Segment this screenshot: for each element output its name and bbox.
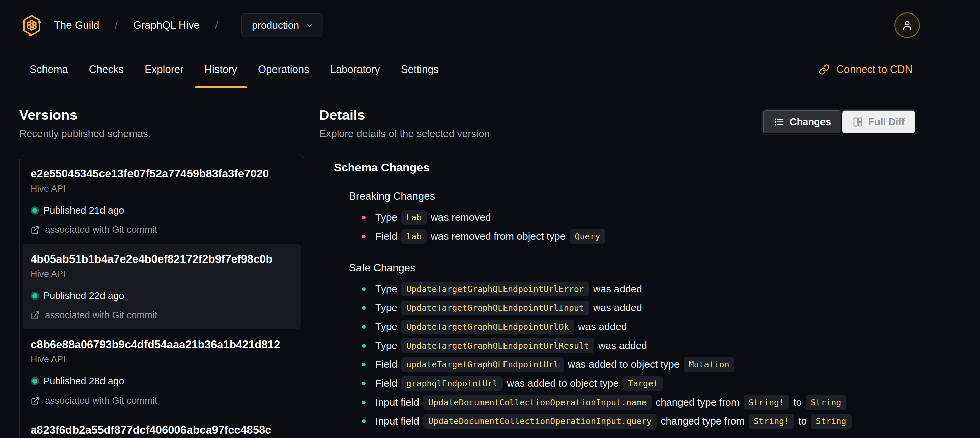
git-commit-link[interactable]: associated with Git commit [31, 225, 293, 235]
target-selector[interactable]: production [242, 13, 323, 37]
version-card[interactable]: c8b6e88a06793b9c4dfd54aaa21b36a1b421d812… [22, 329, 301, 414]
details-title: Details [319, 107, 762, 123]
git-commit-label: associated with Git commit [45, 225, 157, 235]
change-row: TypeUpdateTargetGraphQLEndpointUrlInputw… [349, 298, 917, 317]
version-service: Hive API [31, 354, 293, 365]
connect-to-cdn-link[interactable]: Connect to CDN [819, 64, 913, 76]
version-published: Published 21d ago [31, 205, 293, 216]
change-text: Field [375, 359, 397, 370]
breadcrumb-org[interactable]: The Guild [54, 19, 99, 31]
version-hash: c8b6e88a06793b9c4dfd54aaa21b36a1b421d812 [31, 338, 293, 351]
change-text: Input field [375, 397, 419, 408]
change-code-badge: UpdateTargetGraphQLEndpointUrlError [401, 282, 589, 296]
tab-explorer[interactable]: Explorer [145, 51, 183, 88]
change-bullet [362, 363, 366, 366]
change-code-badge: UpdateTargetGraphQLEndpointUrlInput [401, 301, 589, 315]
change-row: Input fieldUpdateDocumentCollectionOpera… [349, 393, 917, 412]
version-published: Published 28d ago [31, 376, 293, 387]
target-selector-value: production [252, 19, 299, 31]
change-bullet [362, 419, 366, 423]
version-service: Hive API [31, 183, 293, 194]
change-text: Type [375, 283, 397, 295]
change-row: Fieldlabwas removed from object typeQuer… [349, 227, 917, 246]
change-bullet [362, 306, 366, 310]
version-card[interactable]: e2e55045345ce13fe07f52a77459b83fa3fe7020… [22, 158, 301, 244]
tab-checks[interactable]: Checks [89, 51, 124, 88]
change-code-badge: UpdateDocumentCollectionOperationInput.n… [423, 395, 652, 410]
tab-laboratory[interactable]: Laboratory [330, 51, 380, 88]
git-commit-label: associated with Git commit [45, 395, 157, 406]
breadcrumb-project[interactable]: GraphQL Hive [133, 19, 200, 31]
tab-settings[interactable]: Settings [401, 51, 439, 88]
list-icon [774, 117, 784, 127]
tab-bar: SchemaChecksExplorerHistoryOperationsLab… [0, 51, 980, 88]
published-label: Published 22d ago [43, 290, 124, 301]
external-link-icon [31, 396, 40, 405]
published-dot [32, 208, 37, 213]
change-text: to [793, 397, 802, 408]
safe-changes-list: TypeUpdateTargetGraphQLEndpointUrlErrorw… [349, 279, 917, 430]
published-label: Published 21d ago [43, 205, 124, 216]
change-bullet [362, 234, 366, 238]
change-text: was removed from object type [431, 231, 566, 242]
change-text: Type [375, 321, 397, 332]
change-code-badge: String! [749, 414, 794, 428]
safe-changes-section: Safe Changes TypeUpdateTargetGraphQLEndp… [349, 262, 917, 430]
change-code-badge: lab [401, 229, 426, 244]
version-published: Published 22d ago [31, 290, 293, 301]
external-link-icon [31, 225, 40, 234]
git-commit-link[interactable]: associated with Git commit [31, 395, 293, 406]
change-code-badge: UpdateDocumentCollectionOperationInput.q… [423, 414, 657, 428]
link-icon [819, 64, 830, 75]
change-row: TypeUpdateTargetGraphQLEndpointUrlErrorw… [349, 279, 917, 298]
change-text: Type [375, 212, 397, 223]
change-code-badge: UpdateTargetGraphQLEndpointUrlResult [401, 338, 594, 353]
versions-list: e2e55045345ce13fe07f52a77459b83fa3fe7020… [19, 155, 304, 438]
change-text: Field [375, 231, 397, 242]
change-text: Input field [375, 416, 419, 427]
changes-toggle-button[interactable]: Changes [763, 110, 842, 134]
details-header: Details Explore details of the selected … [319, 107, 917, 139]
breaking-changes-list: TypeLabwas removedFieldlabwas removed fr… [349, 208, 917, 246]
change-row: TypeLabwas removed [349, 208, 917, 227]
version-service: Hive API [31, 269, 293, 279]
change-text: Type [375, 302, 397, 314]
change-bullet [362, 287, 366, 291]
full-diff-toggle-button[interactable]: Full Diff [842, 110, 916, 134]
change-bullet [362, 344, 366, 347]
change-text: was added [593, 283, 642, 295]
version-card[interactable]: a823f6db2a55df877dcf406006abca97fcc4858c… [22, 414, 301, 438]
schema-changes-title: Schema Changes [334, 161, 917, 174]
change-text: to [798, 416, 807, 427]
git-commit-link[interactable]: associated with Git commit [31, 310, 293, 320]
change-code-badge: Lab [401, 210, 426, 225]
change-bullet [362, 382, 366, 385]
breaking-changes-section: Breaking Changes TypeLabwas removedField… [349, 190, 917, 246]
connect-to-cdn-label: Connect to CDN [836, 64, 913, 76]
change-row: TypeUpdateTargetGraphQLEndpointUrlOkwas … [349, 317, 917, 336]
change-row: FieldupdateTargetGraphQLEndpointUrlwas a… [349, 355, 917, 374]
tab-schema[interactable]: Schema [30, 51, 68, 88]
version-hash: a823f6db2a55df877dcf406006abca97fcc4858c [31, 424, 293, 436]
change-text: changed type from [661, 416, 744, 427]
change-code-badge: String! [744, 395, 789, 410]
view-toggle: Changes Full Diff [762, 109, 917, 135]
details-titles: Details Explore details of the selected … [319, 107, 762, 139]
version-card[interactable]: 4b05ab51b1b4a7e2e4b0ef82172f2b9f7ef98c0b… [22, 244, 301, 329]
change-text: was added [598, 340, 647, 351]
safe-changes-title: Safe Changes [349, 262, 917, 274]
change-code-badge: UpdateTargetGraphQLEndpointUrlOk [401, 320, 574, 334]
git-commit-label: associated with Git commit [45, 310, 157, 320]
change-text: Field [375, 377, 397, 389]
versions-panel: Versions Recently published schemas. e2e… [19, 107, 304, 438]
breadcrumb: The Guild / GraphQL Hive / production [22, 13, 323, 37]
details-subtitle: Explore details of the selected version [319, 128, 762, 139]
tab-history[interactable]: History [205, 51, 237, 88]
change-text: was added to object type [568, 359, 680, 370]
change-bullet [362, 401, 366, 404]
user-menu-button[interactable] [894, 13, 920, 38]
app-header: The Guild / GraphQL Hive / production [0, 0, 980, 51]
published-dot [32, 379, 37, 384]
details-panel: Details Explore details of the selected … [304, 107, 917, 438]
tab-operations[interactable]: Operations [258, 51, 309, 88]
